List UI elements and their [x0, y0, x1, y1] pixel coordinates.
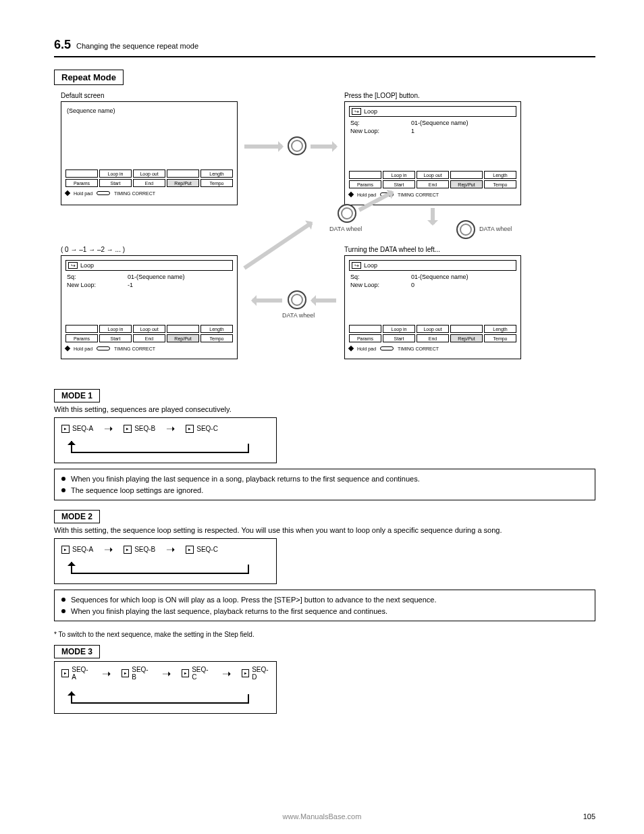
loop-icon: ↪ — [68, 262, 78, 269]
step2-caption: Press the [LOOP] button. — [344, 92, 420, 99]
play-icon: ▸ — [61, 425, 70, 433]
arrow-right-icon: ➝ — [102, 667, 111, 680]
pill-icon — [97, 191, 110, 195]
arrow-right-icon: ➝ — [162, 667, 171, 680]
jog-wheel-icon — [288, 136, 306, 155]
return-arrow-icon — [71, 441, 249, 453]
section-number: 6.5 — [54, 38, 71, 52]
tab: Start — [99, 179, 132, 187]
arrow-left-icon — [252, 298, 282, 303]
play-icon: ▸ — [186, 546, 194, 554]
page-header: 6.5 Changing the sequence repeat mode — [54, 38, 595, 52]
loop-icon: ↪ — [352, 108, 361, 115]
play-icon: ▸ — [242, 669, 249, 677]
arrow-right-icon: ➝ — [166, 422, 175, 435]
arrow-down-icon — [431, 208, 435, 224]
tab — [65, 170, 98, 178]
tab: Loop out — [133, 170, 165, 178]
step3-caption: Turning the DATA wheel to left... — [344, 246, 440, 253]
mode2-section: MODE 2 With this setting, the sequence l… — [54, 510, 595, 638]
mode2-heading: MODE 2 — [54, 510, 100, 523]
screen-loop1: ↪Loop Sq:01-(Sequence name) New Loop:1 L… — [344, 101, 521, 205]
mode3-cycle: ▸SEQ-A ➝ ▸SEQ-B ➝ ▸SEQ-C ➝ ▸SEQ-D — [54, 661, 277, 714]
tab: Params — [65, 179, 98, 187]
jog-label: DATA wheel — [479, 226, 512, 232]
jog-wheel-icon — [338, 204, 356, 223]
return-arrow-icon — [71, 692, 249, 704]
arrow-right-icon: ➝ — [166, 543, 175, 556]
arrow-right-icon — [311, 145, 336, 149]
play-icon: ▸ — [124, 425, 132, 433]
jog-label: DATA wheel — [282, 312, 315, 319]
jog-label: DATA wheel — [329, 226, 362, 232]
mode1-section: MODE 1 With this setting, sequences are … — [54, 389, 595, 500]
header-rule — [54, 56, 595, 57]
repeat-mode-heading: Repeat Mode — [54, 70, 124, 85]
tab: Tempo — [200, 179, 233, 187]
mode2-cycle: ▸SEQ-A ➝ ▸SEQ-B ➝ ▸SEQ-C — [54, 538, 277, 584]
tab: Rep/Put — [167, 179, 199, 187]
play-icon: ▸ — [61, 669, 69, 677]
jog-wheel-icon — [456, 220, 475, 239]
mode3-section: MODE 3 ▸SEQ-A ➝ ▸SEQ-B ➝ ▸SEQ-C ➝ ▸SEQ-D — [54, 645, 595, 714]
step1-caption: Default screen — [61, 92, 104, 99]
step4-caption: ( 0 → –1 → –2 → ... ) — [61, 246, 125, 253]
return-arrow-icon — [71, 562, 249, 574]
play-icon: ▸ — [122, 669, 129, 677]
arrow-left-icon — [312, 298, 336, 303]
mode3-heading: MODE 3 — [54, 645, 100, 658]
mode1-bullets: When you finish playing the last sequenc… — [54, 469, 595, 500]
arrow-right-icon: ➝ — [104, 543, 113, 556]
diamond-icon — [65, 190, 70, 196]
section-subtitle: Changing the sequence repeat mode — [76, 42, 198, 50]
play-icon: ▸ — [186, 425, 194, 433]
arrow-right-icon: ➝ — [222, 667, 231, 680]
mode2-bullets: Sequences for which loop is ON will play… — [54, 590, 595, 621]
loop-icon: ↪ — [352, 262, 361, 269]
arrow-diag-icon — [243, 221, 313, 269]
mode2-intro: With this setting, the sequence loop set… — [54, 526, 595, 534]
page-number: 105 — [583, 812, 595, 820]
tab — [167, 170, 199, 178]
arrow-right-icon — [244, 145, 282, 149]
tab: Loop in — [99, 170, 132, 178]
play-icon: ▸ — [124, 546, 132, 554]
play-icon: ▸ — [182, 669, 189, 677]
screen-loop0: ↪Loop Sq:01-(Sequence name) New Loop:0 L… — [344, 255, 521, 359]
mode1-intro: With this setting, sequences are played … — [54, 405, 595, 413]
flow-diagram: Default screen (Sequence name) Loop in L… — [54, 92, 595, 375]
mode2-note: * To switch to the next sequence, make t… — [54, 631, 595, 638]
play-icon: ▸ — [61, 546, 70, 554]
mode1-cycle: ▸SEQ-A ➝ ▸SEQ-B ➝ ▸SEQ-C — [54, 417, 277, 463]
screen-default: (Sequence name) Loop in Loop out Length … — [61, 101, 238, 205]
screen-loop-neg: ↪Loop Sq:01-(Sequence name) New Loop:-1 … — [61, 255, 238, 359]
watermark: www.ManualsBase.com — [283, 812, 362, 820]
mode1-heading: MODE 1 — [54, 389, 100, 402]
arrow-right-icon: ➝ — [104, 422, 113, 435]
tab: Length — [200, 170, 233, 178]
tab: End — [133, 179, 165, 187]
jog-wheel-icon — [288, 290, 306, 309]
